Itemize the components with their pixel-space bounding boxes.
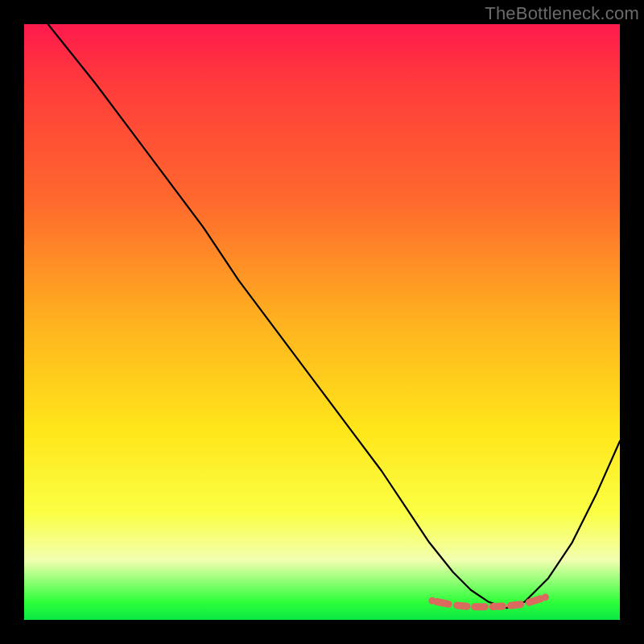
chart-stage: TheBottleneck.com (0, 0, 644, 644)
optimal-range-dash (510, 605, 520, 606)
optimal-range-dash (437, 602, 449, 605)
optimal-range-dash (457, 605, 467, 606)
optimal-range-end-dot (428, 597, 436, 605)
plot-svg (24, 24, 620, 620)
bottleneck-curve (48, 24, 620, 608)
watermark-text: TheBottleneck.com (485, 3, 639, 24)
optimal-range-dash (529, 599, 541, 603)
optimal-range-dash (493, 606, 502, 607)
plot-area (24, 24, 620, 620)
optimal-range-end-dot (542, 593, 549, 601)
curve-line (48, 24, 620, 608)
